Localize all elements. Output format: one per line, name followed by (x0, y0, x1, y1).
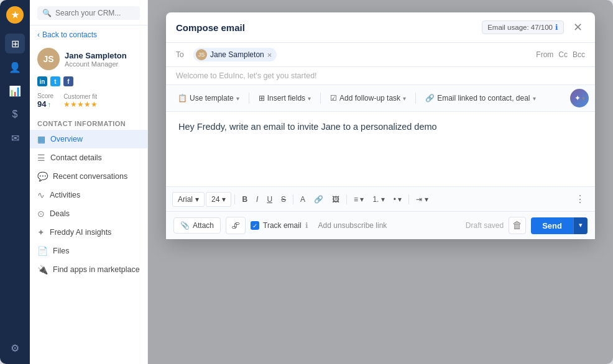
nav-icon-contacts[interactable]: 👤 (5, 57, 25, 77)
cc-link[interactable]: Cc (558, 50, 568, 59)
twitter-icon[interactable]: t (50, 76, 60, 86)
toolbar-divider-3 (415, 93, 416, 104)
font-chevron-icon: ▾ (195, 195, 199, 204)
contact-role: Account Manager (65, 60, 127, 68)
modal-header-right: Email usage: 47/100 ℹ ✕ (482, 20, 585, 35)
overview-icon: ▦ (37, 134, 45, 144)
attach-button[interactable]: 📎 Attach (173, 217, 221, 234)
sidebar-item-files[interactable]: 📄 Files (30, 242, 147, 260)
toolbar-divider-1 (249, 93, 249, 104)
back-to-contacts-link[interactable]: ‹ Back to contacts (30, 25, 147, 42)
avatar: JS (37, 48, 60, 70)
files-icon: 📄 (37, 246, 48, 256)
info-icon[interactable]: ℹ (555, 23, 558, 32)
from-link[interactable]: From (536, 50, 553, 59)
fields-chevron-icon: ▾ (308, 95, 311, 102)
image-button[interactable]: 🖼 (328, 193, 343, 206)
modal-title: Compose email (176, 22, 245, 33)
use-template-button[interactable]: 📋 Use template ▾ (172, 91, 245, 106)
format-divider-2 (293, 194, 293, 204)
delete-draft-button[interactable]: 🗑 (509, 217, 526, 234)
format-more-button[interactable]: ⋮ (571, 191, 589, 207)
score-arrow: ↑ (47, 101, 51, 108)
deals-icon: ⊙ (37, 209, 45, 219)
app-logo[interactable]: ★ (6, 6, 24, 24)
template-icon: 📋 (178, 94, 187, 102)
send-button-group: Send ▾ (531, 217, 588, 234)
nav-icon-dollar[interactable]: $ (5, 104, 25, 124)
add-followup-button[interactable]: ☑ Add follow-up task ▾ (325, 91, 412, 106)
email-body[interactable]: Hey Freddy, write an email to invite Jan… (166, 112, 595, 186)
sidebar-item-deals[interactable]: ⊙ Deals (30, 204, 147, 223)
fields-icon: ⊞ (259, 94, 265, 102)
align-button[interactable]: ≡ ▾ (350, 193, 367, 206)
send-button[interactable]: Send (531, 217, 573, 234)
insert-fields-button[interactable]: ⊞ Insert fields ▾ (253, 91, 316, 106)
format-divider-4 (408, 194, 409, 204)
nav-icon-chart[interactable]: 📊 (5, 81, 25, 101)
linked-chevron-icon: ▾ (533, 95, 536, 102)
close-button[interactable]: ✕ (570, 20, 585, 35)
subject-row[interactable]: Welcome to EduInc, let's get you started… (166, 67, 595, 85)
italic-button[interactable]: I (252, 193, 262, 206)
sidebar-item-recent-conversations[interactable]: 💬 Recent conversations (30, 167, 147, 186)
ai-avatar-button[interactable]: ✦ ▾ (570, 89, 589, 107)
send-dropdown-button[interactable]: ▾ (573, 217, 588, 234)
app-shell: ★ ⊞ 👤 📊 $ ✉ ⚙ 🔍 ‹ Back to contacts JS Ja… (0, 0, 613, 364)
text-color-button[interactable]: A (297, 193, 309, 206)
track-email-checkbox[interactable]: ✓ (251, 221, 259, 230)
ordered-list-button[interactable]: 1. ▾ (369, 193, 388, 206)
ai-chevron-icon: ▾ (582, 95, 585, 102)
search-input[interactable] (55, 9, 135, 17)
link-icon: 🔗 (425, 94, 435, 102)
sidebar-item-freddy-ai[interactable]: ✦ Freddy AI insights (30, 223, 147, 242)
indent-button[interactable]: ⇥ ▾ (412, 193, 431, 206)
score-row: Score 94 ↑ Customer fit ★★★★★ (30, 90, 147, 114)
toolbar-divider-2 (320, 93, 321, 104)
font-size-select[interactable]: 24 ▾ (206, 192, 231, 207)
size-chevron-icon: ▾ (222, 195, 226, 204)
contact-details-icon: ☰ (37, 153, 45, 163)
sidebar-item-contact-details[interactable]: ☰ Contact details (30, 148, 147, 167)
email-usage-badge: Email usage: 47/100 ℹ (482, 20, 564, 34)
contact-name: Jane Sampleton (65, 51, 127, 60)
fit-block: Customer fit ★★★★★ (63, 93, 98, 109)
nav-icon-gear[interactable]: ⚙ (5, 338, 25, 358)
sidebar-item-overview[interactable]: ▦ Overview (30, 130, 147, 148)
strikethrough-button[interactable]: S (277, 193, 290, 206)
email-linked-button[interactable]: 🔗 Email linked to contact, deal ▾ (420, 91, 541, 106)
link-button[interactable]: 🔗 (310, 193, 327, 206)
bcc-link[interactable]: Bcc (573, 50, 585, 59)
sidebar-item-activities[interactable]: ∿ Activities (30, 186, 147, 204)
nav-icon-mail[interactable]: ✉ (5, 128, 25, 148)
clip-extra-button[interactable]: 🖇 (226, 217, 246, 234)
sidebar-item-find-apps[interactable]: 🔌 Find apps in marketplace (30, 260, 147, 279)
to-tags: JS Jane Sampleton × (193, 48, 531, 61)
contact-info-label: Contact information (30, 114, 147, 130)
bold-button[interactable]: B (238, 193, 251, 206)
contact-header: JS Jane Sampleton Account Manager (30, 42, 147, 74)
main-content: Compose email Email usage: 47/100 ℹ ✕ To (148, 0, 613, 364)
to-tag-jane: JS Jane Sampleton × (193, 48, 277, 61)
search-icon: 🔍 (42, 9, 52, 17)
to-row: To JS Jane Sampleton × From Cc Bcc (166, 43, 595, 67)
linkedin-icon[interactable]: in (37, 76, 47, 86)
bottom-bar: 📎 Attach 🖇 ✓ Track email ℹ Add unsubscri… (166, 211, 595, 239)
modal-overlay: Compose email Email usage: 47/100 ℹ ✕ To (148, 0, 613, 364)
back-arrow-icon: ‹ (37, 30, 40, 39)
sidebar: 🔍 ‹ Back to contacts JS Jane Sampleton A… (30, 0, 148, 364)
format-divider-1 (234, 194, 235, 204)
unordered-list-button[interactable]: • ▾ (390, 193, 406, 206)
remove-contact-button[interactable]: × (267, 50, 272, 60)
activities-icon: ∿ (37, 190, 45, 200)
format-toolbar: Arial ▾ 24 ▾ B I U S A 🔗 🖼 (166, 186, 595, 211)
facebook-icon[interactable]: f (63, 76, 73, 86)
underline-button[interactable]: U (263, 193, 276, 206)
search-bar[interactable]: 🔍 (37, 6, 140, 20)
conversations-icon: 💬 (37, 171, 48, 181)
followup-chevron-icon: ▾ (403, 95, 406, 102)
font-family-select[interactable]: Arial ▾ (172, 192, 205, 207)
unsubscribe-link[interactable]: Add unsubscribe link (313, 221, 392, 230)
nav-icon-grid[interactable]: ⊞ (5, 34, 25, 53)
from-cc-bcc: From Cc Bcc (536, 50, 585, 59)
